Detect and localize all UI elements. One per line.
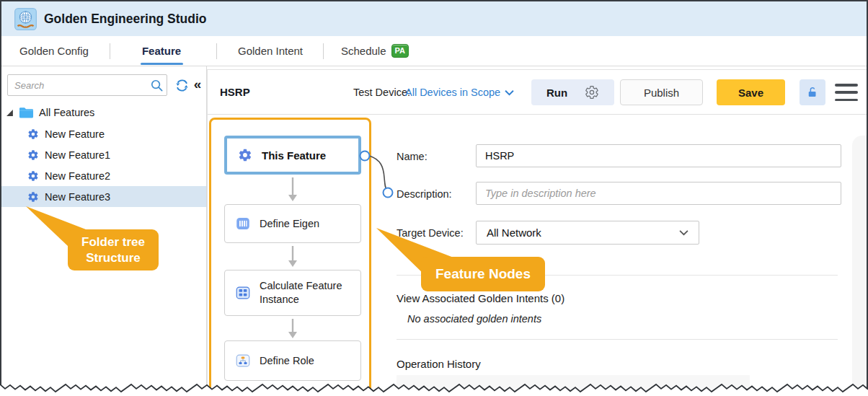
node-calculate-feature-instance[interactable]: Calculate Feature Instance: [224, 270, 361, 316]
no-intents-note: No associated golden intents: [407, 313, 541, 325]
search-icon[interactable]: [146, 75, 167, 95]
chevron-down-icon: [679, 229, 688, 236]
eigen-icon: [236, 216, 250, 231]
run-settings-gear-icon[interactable]: [585, 85, 599, 100]
feature-nodes-callout: Feature Nodes: [421, 257, 545, 291]
tree-item-new-feature3[interactable]: New Feature3: [1, 186, 206, 207]
role-orgchart-icon: [236, 353, 250, 368]
associated-intents-heading[interactable]: View Associated Golden Intents (0): [397, 292, 564, 304]
active-tab-underline: [141, 63, 183, 65]
app-logo-icon: [14, 8, 37, 30]
window-border: [0, 0, 868, 1]
section-divider: [397, 339, 838, 340]
toolbar-divider: [208, 114, 867, 115]
refresh-icon[interactable]: [173, 76, 190, 94]
main-panel-border: [207, 69, 208, 396]
lock-button[interactable]: [800, 79, 825, 105]
golden-engineering-studio-window: Golden Engineering Studio Golden Config …: [0, 0, 868, 396]
right-panel-strip[interactable]: [852, 136, 867, 396]
tab-separator: [216, 43, 217, 59]
publish-button[interactable]: Publish: [620, 79, 703, 105]
instance-grid-icon: [236, 286, 250, 300]
feature-gear-icon: [238, 148, 252, 162]
tab-schedule[interactable]: Schedule PA: [341, 36, 409, 66]
pa-badge: PA: [391, 44, 409, 58]
main-nav-tabbar: Golden Config Feature Golden Intent Sche…: [1, 36, 867, 66]
operation-history-panel: [397, 375, 750, 396]
chevron-down-icon: [505, 89, 514, 96]
flow-arrow-icon: [287, 319, 298, 339]
feature-gear-icon: [27, 149, 39, 161]
save-button[interactable]: Save: [717, 79, 785, 105]
app-title: Golden Engineering Studio: [44, 12, 207, 27]
unlock-icon: [806, 86, 819, 99]
tab-golden-intent[interactable]: Golden Intent: [238, 36, 303, 66]
tab-feature[interactable]: Feature: [142, 36, 181, 66]
feature-gear-icon: [27, 191, 39, 203]
app-header: Golden Engineering Studio: [1, 1, 867, 36]
folder-icon: [19, 106, 34, 119]
collapse-sidebar-icon[interactable]: «: [190, 75, 205, 94]
node-define-role[interactable]: Define Role: [224, 340, 361, 381]
name-input[interactable]: [476, 144, 841, 167]
search-input[interactable]: [8, 75, 146, 95]
tree-item-new-feature1[interactable]: New Feature1: [1, 144, 206, 165]
name-label: Name:: [397, 151, 428, 162]
tab-separator: [110, 43, 110, 59]
tree-expander-icon[interactable]: [6, 109, 14, 117]
window-border: [0, 0, 1, 396]
test-device-label: Test Device:: [353, 87, 410, 98]
test-device-dropdown[interactable]: All Devices in Scope: [405, 87, 514, 98]
description-input[interactable]: [476, 182, 841, 205]
feature-gear-icon: [27, 170, 39, 182]
menu-icon[interactable]: [835, 84, 858, 101]
target-device-select[interactable]: All Network: [476, 221, 699, 245]
flow-arrow-icon: [287, 177, 298, 202]
tab-golden-config[interactable]: Golden Config: [19, 36, 89, 66]
sidebar-search-box: [7, 74, 167, 96]
folder-tree-callout: Folder tree Structure: [68, 229, 159, 270]
main-panel-border: [207, 69, 867, 70]
description-label: Description:: [397, 188, 452, 200]
tree-root-label: All Features: [39, 107, 94, 118]
flow-arrow-icon: [287, 246, 298, 268]
tree-item-new-feature2[interactable]: New Feature2: [1, 165, 206, 186]
operation-history-heading: Operation History: [397, 358, 481, 370]
tab-separator: [323, 43, 324, 59]
tree-item-new-feature[interactable]: New Feature: [1, 123, 206, 144]
node-define-eigen[interactable]: Define Eigen: [224, 204, 361, 243]
target-device-label: Target Device:: [397, 227, 464, 239]
node-this-feature[interactable]: This Feature: [224, 136, 361, 175]
feature-title: HSRP: [220, 86, 250, 98]
run-button[interactable]: Run: [531, 79, 614, 105]
feature-gear-icon: [27, 128, 39, 140]
tree-root-all-features[interactable]: All Features: [6, 102, 200, 123]
